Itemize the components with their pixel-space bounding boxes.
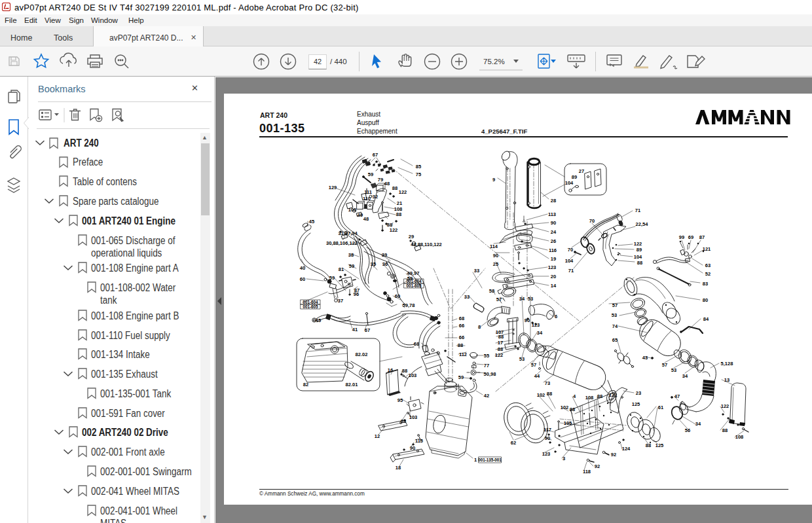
svg-text:33: 33 <box>474 268 479 274</box>
svg-text:69: 69 <box>688 234 693 240</box>
svg-text:129: 129 <box>329 185 337 190</box>
svg-text:14: 14 <box>551 283 557 289</box>
svg-text:65: 65 <box>612 337 618 343</box>
svg-text:50,98: 50,98 <box>484 371 496 377</box>
svg-text:82.02: 82.02 <box>356 352 368 357</box>
svg-text:89: 89 <box>637 247 642 253</box>
svg-text:59: 59 <box>349 263 354 269</box>
svg-text:5,128: 5,128 <box>721 361 733 367</box>
svg-text:90: 90 <box>525 317 530 323</box>
svg-text:88: 88 <box>570 406 575 412</box>
svg-text:102: 102 <box>561 405 569 410</box>
svg-text:6: 6 <box>555 314 557 319</box>
svg-text:34: 34 <box>537 330 543 336</box>
svg-text:3: 3 <box>563 456 565 461</box>
svg-text:105: 105 <box>564 420 572 426</box>
svg-text:88: 88 <box>547 391 552 397</box>
svg-text:22,54: 22,54 <box>636 221 649 227</box>
svg-text:001-135-001: 001-135-001 <box>478 458 502 462</box>
svg-text:111: 111 <box>364 189 372 195</box>
svg-text:99: 99 <box>679 234 684 240</box>
svg-text:70: 70 <box>568 247 573 253</box>
svg-text:66: 66 <box>459 323 464 329</box>
svg-text:92: 92 <box>595 463 600 469</box>
svg-text:30,88,106,122: 30,88,106,122 <box>326 240 358 246</box>
svg-text:102: 102 <box>537 392 545 398</box>
svg-text:123: 123 <box>542 451 551 457</box>
svg-text:35: 35 <box>371 261 376 267</box>
svg-text:122: 122 <box>399 189 407 195</box>
svg-text:41: 41 <box>352 327 358 333</box>
svg-text:45: 45 <box>309 219 314 225</box>
svg-text:31,87,94: 31,87,94 <box>338 230 358 236</box>
svg-text:110: 110 <box>363 196 371 202</box>
svg-text:75: 75 <box>416 171 421 177</box>
svg-text:88: 88 <box>401 418 406 424</box>
svg-text:001-604: 001-604 <box>303 300 318 304</box>
svg-text:104: 104 <box>565 180 574 186</box>
svg-text:80: 80 <box>703 297 708 303</box>
svg-text:53: 53 <box>612 312 617 318</box>
svg-text:48: 48 <box>384 181 390 187</box>
svg-text:88: 88 <box>458 342 463 348</box>
svg-text:123: 123 <box>548 264 557 270</box>
svg-text:28: 28 <box>551 198 556 204</box>
svg-text:67: 67 <box>365 327 370 333</box>
svg-text:81: 81 <box>339 266 344 272</box>
svg-text:108: 108 <box>585 395 594 401</box>
svg-text:57: 57 <box>496 297 502 302</box>
svg-text:90: 90 <box>410 445 415 451</box>
svg-text:57: 57 <box>662 362 667 368</box>
svg-text:34: 34 <box>519 296 525 302</box>
svg-text:83: 83 <box>703 281 708 287</box>
svg-text:53: 53 <box>671 367 676 373</box>
svg-text:68: 68 <box>459 316 464 321</box>
svg-text:48: 48 <box>363 216 369 222</box>
svg-text:68: 68 <box>414 341 419 347</box>
svg-text:1: 1 <box>474 457 477 463</box>
svg-text:43: 43 <box>642 355 648 361</box>
svg-text:123: 123 <box>532 322 540 328</box>
svg-text:12: 12 <box>375 433 380 439</box>
svg-text:122: 122 <box>721 403 729 409</box>
svg-text:66: 66 <box>459 334 464 340</box>
svg-text:96: 96 <box>354 291 359 297</box>
svg-text:71: 71 <box>635 207 640 213</box>
svg-text:117: 117 <box>544 427 551 433</box>
svg-text:57: 57 <box>531 362 536 368</box>
svg-text:53: 53 <box>528 296 533 302</box>
svg-text:92: 92 <box>611 452 616 458</box>
svg-text:52: 52 <box>705 271 710 277</box>
svg-text:001-604: 001-604 <box>406 279 422 283</box>
svg-text:57: 57 <box>612 302 618 308</box>
svg-text:124: 124 <box>622 446 631 452</box>
svg-text:63: 63 <box>705 262 710 268</box>
svg-text:59,78: 59,78 <box>403 302 415 308</box>
svg-text:79: 79 <box>378 177 383 183</box>
svg-text:27: 27 <box>579 168 584 174</box>
svg-text:48,88,110,122: 48,88,110,122 <box>411 242 442 247</box>
svg-text:122: 122 <box>634 241 642 247</box>
svg-text:47: 47 <box>674 393 680 399</box>
svg-text:88: 88 <box>646 442 651 448</box>
svg-text:25: 25 <box>493 261 498 267</box>
svg-text:104: 104 <box>565 258 574 264</box>
svg-text:88: 88 <box>722 427 728 433</box>
svg-text:56: 56 <box>685 427 690 433</box>
svg-text:125: 125 <box>655 442 664 448</box>
svg-text:88: 88 <box>637 260 642 266</box>
svg-text:60: 60 <box>300 276 305 282</box>
svg-text:84: 84 <box>703 316 709 322</box>
svg-text:36: 36 <box>382 261 388 267</box>
svg-text:108: 108 <box>735 434 744 440</box>
svg-text:87: 87 <box>699 234 705 240</box>
svg-text:74: 74 <box>612 323 618 329</box>
svg-text:39: 39 <box>382 252 387 258</box>
svg-text:19: 19 <box>551 256 556 262</box>
svg-text:114: 114 <box>490 243 498 249</box>
svg-text:53: 53 <box>519 356 525 362</box>
svg-text:34: 34 <box>682 373 688 379</box>
svg-text:58: 58 <box>489 288 494 294</box>
svg-text:67: 67 <box>373 152 378 158</box>
svg-text:88: 88 <box>498 334 504 340</box>
